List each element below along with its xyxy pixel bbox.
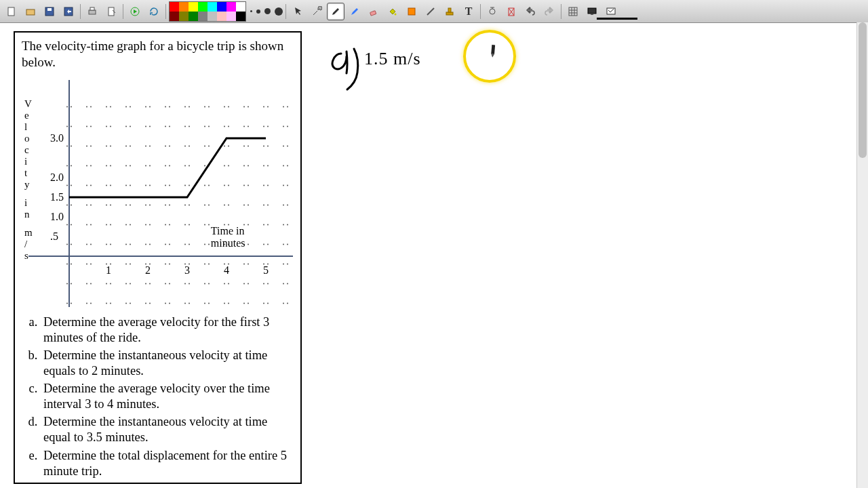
open-icon[interactable] [22,3,39,20]
svg-point-175 [204,283,205,284]
line-icon[interactable] [422,3,439,20]
swatch-15[interactable] [236,12,245,21]
swatch-11[interactable] [198,12,208,21]
svg-point-22 [71,283,72,284]
linewidth-2[interactable] [256,9,260,14]
redo-icon[interactable] [540,3,558,20]
question-e: Determine the total displacement for the… [41,448,294,479]
color-palette[interactable] [169,1,246,22]
svg-point-234 [248,145,249,146]
content-area: The velocity-time graph for a bicycle tr… [0,23,868,488]
question-b: Determine the instantaneous velocity at … [41,348,294,379]
svg-text:e: e [24,110,29,121]
svg-point-136 [169,243,170,245]
export-icon[interactable] [60,3,77,20]
handwriting-answer-a: 1.5 m/s [364,49,421,69]
svg-point-69 [106,243,107,245]
swatch-3[interactable] [198,2,208,12]
vertical-scrollbar[interactable] [856,22,868,488]
swatch-9[interactable] [179,12,189,21]
question-list: Determine the average velocity for the f… [22,314,294,479]
svg-point-41 [86,302,87,304]
svg-point-224 [248,243,249,245]
shape-icon[interactable] [403,3,420,20]
svg-point-219 [243,283,245,284]
refresh-icon[interactable] [145,3,163,20]
svg-point-86 [130,302,131,304]
svg-point-78 [110,165,111,166]
svg-text:s: s [24,250,28,261]
svg-point-43 [86,283,87,284]
swatch-2[interactable] [189,2,198,12]
linewidth-1[interactable] [250,10,252,12]
question-d: Determine the instantaneous velocity at … [41,414,294,445]
swatch-1[interactable] [179,2,189,12]
swatch-14[interactable] [226,12,236,21]
swatch-5[interactable] [217,2,226,12]
svg-point-233 [243,145,245,146]
svg-point-168 [189,145,190,146]
svg-point-148 [169,125,170,127]
swatch-10[interactable] [189,12,198,21]
svg-text:o: o [24,133,30,144]
line-width-picker[interactable] [250,7,283,16]
scrollbar-thumb[interactable] [859,22,867,158]
svg-point-36 [71,145,72,146]
swatch-8[interactable] [170,12,179,21]
svg-point-93 [125,224,127,225]
tools-icon[interactable] [308,3,326,20]
svg-point-176 [208,283,210,284]
pointer-icon[interactable] [289,3,307,20]
svg-text:.5: .5 [50,230,58,242]
timer-icon[interactable] [484,3,501,20]
svg-point-166 [189,165,190,166]
svg-point-120 [149,184,151,186]
svg-point-197 [224,283,225,284]
text-icon[interactable]: T [460,3,477,20]
svg-point-139 [165,204,166,205]
svg-rect-1 [26,9,35,15]
linewidth-3[interactable] [264,8,271,14]
svg-point-210 [228,165,229,166]
whiteboard-canvas[interactable]: 1.5 m/s [302,23,868,488]
eraser-icon[interactable] [365,3,382,20]
clear-icon[interactable] [502,3,520,20]
linewidth-4[interactable] [275,7,283,16]
svg-point-48 [90,243,92,245]
separator [80,4,81,19]
svg-point-198 [228,283,229,284]
svg-point-152 [189,302,190,304]
new-page-icon[interactable] [3,3,20,20]
swatch-0[interactable] [170,2,179,12]
svg-point-253 [263,165,264,166]
svg-point-260 [267,106,269,107]
svg-point-135 [165,243,166,245]
page-icon[interactable] [102,3,120,20]
highlighter-icon[interactable] [346,3,363,20]
grid-icon[interactable] [564,3,582,20]
pen-icon[interactable] [327,3,344,20]
swatch-12[interactable] [208,12,217,21]
svg-point-87 [125,283,127,284]
svg-point-259 [263,106,264,107]
separator [165,4,166,19]
print-icon[interactable] [83,3,101,20]
swatch-13[interactable] [217,12,226,21]
svg-point-65 [106,283,107,284]
fill-icon[interactable] [384,3,401,20]
svg-text:1.0: 1.0 [50,211,64,222]
swatch-4[interactable] [208,2,217,12]
svg-point-192 [208,125,210,127]
undo-icon[interactable] [521,3,539,20]
svg-point-280 [287,125,288,127]
svg-point-73 [106,204,107,205]
svg-point-235 [243,125,245,127]
svg-point-116 [149,224,151,225]
stamp-icon[interactable] [441,3,458,20]
save-icon[interactable] [41,3,58,20]
play-icon[interactable] [126,3,144,20]
svg-point-37 [66,125,68,127]
svg-point-211 [224,145,225,146]
swatch-6[interactable] [226,2,236,12]
swatch-7[interactable] [236,2,245,12]
